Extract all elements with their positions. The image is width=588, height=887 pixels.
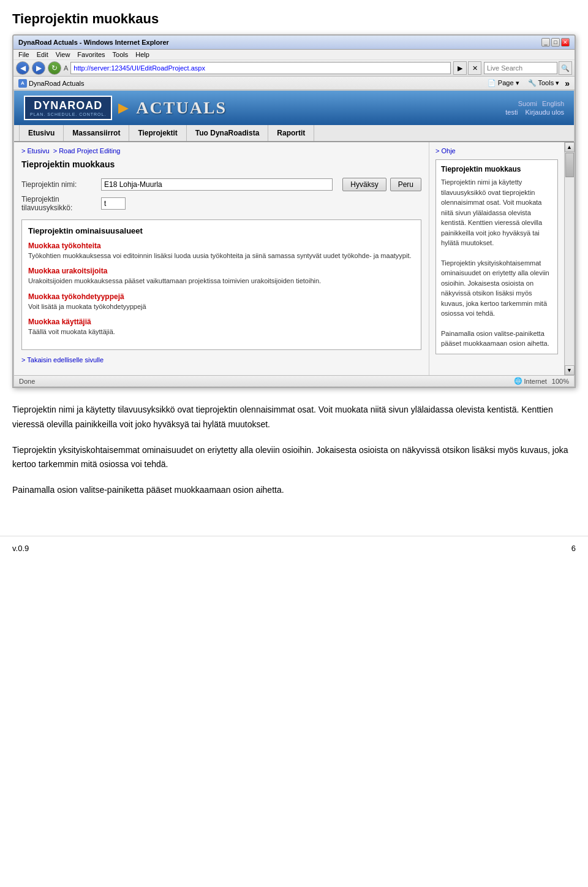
content-sections: Tieprojektin nimi ja käytetty tilavuusyk… [0,388,588,523]
breadcrumb-road-project[interactable]: > Road Project Editing [53,147,121,154]
logo-sub: PLAN. SCHEDULE. CONTROL. [30,112,106,116]
toolbar-right: 📄 Page ▾ 🔧 Tools ▾ » [484,78,570,88]
logout-link[interactable]: Kirjaudu ulos [525,108,564,116]
browser-window: DynaRoad Actuals - Windows Internet Expl… [12,34,576,388]
maximize-button[interactable]: □ [551,38,560,47]
field-label-name: Tieprojektin nimi: [21,180,101,189]
menu-favorites[interactable]: Favorites [77,51,105,58]
nav-tuo-dynaroadista[interactable]: Tuo DynaRoadista [187,125,268,141]
scroll-thumb[interactable] [565,153,574,177]
property-link-tyyppeja[interactable]: Muokkaa työkohdetyyppejä [28,292,415,301]
logo-area: DYNAROAD PLAN. SCHEDULE. CONTROL. ▶ Actu… [24,96,227,120]
menu-tools[interactable]: Tools [113,51,129,58]
logo-arrow: ▶ [118,100,129,116]
search-input[interactable] [484,62,557,74]
page-footer: v.0.9 6 [0,536,588,560]
help-box-title: Tieprojektin muokkaus [441,165,552,173]
help-text-3: Painamalla osion valitse-painiketta pääs… [441,329,552,349]
breadcrumb: > Etusivu > Road Project Editing [21,147,421,154]
lang-suomi[interactable]: Suomi [518,100,537,107]
favorites-icon: A [18,79,27,88]
footer-version: v.0.9 [12,544,29,553]
minimize-button[interactable]: _ [541,38,550,47]
lang-english[interactable]: English [542,100,564,107]
field-input-unit[interactable] [101,197,126,210]
window-controls: _ □ ✕ [541,38,570,47]
stop-button[interactable]: ✕ [468,61,481,75]
form-row-name: Tieprojektin nimi: Hyväksy Peru [21,178,421,191]
browser-menu-bar: File Edit View Favorites Tools Help [13,50,575,60]
status-text: Done [19,378,35,385]
forward-button[interactable]: ▶ [32,61,45,75]
refresh-button[interactable]: ↻ [48,61,61,75]
form-section-title: Tieprojektin muokkaus [21,159,421,172]
field-label-unit: Tieprojektin tilavuusyksikkö: [21,195,101,212]
page-title: Tieprojektin muokkaus [0,0,588,34]
help-text-1: Tieprojektin nimi ja käytetty tilavuusyk… [441,177,552,248]
search-bar: 🔍 [484,61,572,75]
nav-massansiirrot[interactable]: Massansiirrot [64,125,129,141]
close-button[interactable]: ✕ [561,38,570,47]
app-title: Actuals [136,98,227,118]
main-with-scroll: > Etusivu > Road Project Editing Tieproj… [14,142,574,375]
scroll-down-button[interactable]: ▼ [565,365,575,375]
help-box: Tieprojektin muokkaus Tieprojektin nimi … [435,159,558,354]
browser-nav-bar: ◀ ▶ ↻ A ▶ ✕ 🔍 [13,60,575,77]
address-label: A [64,64,68,72]
logo-box: DYNAROAD PLAN. SCHEDULE. CONTROL. [24,96,112,120]
nav-raportit[interactable]: Raportit [268,125,314,141]
user-info: testi Kirjaudu ulos [505,108,564,116]
help-link[interactable]: > Ohje [435,147,558,154]
main-content: > Etusivu > Road Project Editing Tieproj… [14,142,564,375]
menu-file[interactable]: File [18,51,29,58]
property-desc-tyokohteita: Työkohtien muokkauksessa voi editoinnin … [28,251,415,261]
property-link-urakoitsijoita[interactable]: Muokkaa urakoitsijoita [28,267,415,275]
webpage-content: DYNAROAD PLAN. SCHEDULE. CONTROL. ▶ Actu… [13,90,575,387]
scroll-up-button[interactable]: ▲ [565,142,575,152]
tools-button[interactable]: 🔧 Tools ▾ [525,78,563,88]
property-urakoitsijoita: Muokkaa urakoitsijoita Urakoitsijoiden m… [28,267,415,286]
lang-selector: Suomi English [518,100,564,107]
status-left: Done [19,378,35,385]
back-link-area: > Takaisin edelliselle sivulle [21,356,421,364]
browser-titlebar: DynaRoad Actuals - Windows Internet Expl… [13,36,575,50]
logo-main: DYNAROAD [34,99,102,112]
zoom-level: 100% [552,378,569,385]
property-link-tyokohteita[interactable]: Muokkaa työkohteita [28,242,415,250]
accept-button[interactable]: Hyväksy [342,178,386,191]
property-tyyppeja: Muokkaa työkohdetyyppejä Voit lisätä ja … [28,292,415,311]
property-link-kayttajia[interactable]: Muokkaa käyttäjiä [28,318,415,326]
favorites-item[interactable]: A DynaRoad Actuals [18,79,85,88]
toolbar-more-button[interactable]: » [565,78,570,88]
search-go-button[interactable]: 🔍 [559,61,572,75]
status-bar: Done 🌐 Internet 100% [14,375,574,386]
header-right: Suomi English testi Kirjaudu ulos [505,100,564,116]
right-panel: > Ohje Tieprojektin muokkaus Tieprojekti… [429,142,564,375]
breadcrumb-etusivu[interactable]: > Etusivu [21,147,50,154]
globe-icon: 🌐 [514,377,522,385]
properties-section: Tieprojektin ominaisuusalueet Muokkaa ty… [21,219,421,350]
back-button[interactable]: ◀ [16,61,29,75]
favorites-bar: A DynaRoad Actuals 📄 Page ▾ 🔧 Tools ▾ » [13,77,575,90]
nav-etusivu[interactable]: Etusivu [19,125,64,141]
address-bar: A [64,62,451,74]
back-link[interactable]: > Takaisin edelliselle sivulle [21,356,104,364]
property-tyokohteita: Muokkaa työkohteita Työkohtien muokkauks… [28,242,415,261]
menu-view[interactable]: View [56,51,70,58]
footer-page-number: 6 [571,544,576,553]
go-button[interactable]: ▶ [453,61,467,75]
properties-title: Tieprojektin ominaisuusalueet [28,226,415,235]
username: testi [505,108,518,116]
menu-edit[interactable]: Edit [37,51,48,58]
nav-tieprojektit[interactable]: Tieprojektit [129,125,186,141]
field-input-name[interactable] [101,178,333,191]
app-header: DYNAROAD PLAN. SCHEDULE. CONTROL. ▶ Actu… [14,91,574,125]
property-kayttajia: Muokkaa käyttäjiä Täällä voit muokata kä… [28,318,415,337]
property-desc-kayttajia: Täällä voit muokata käyttäjiä. [28,327,415,337]
page-button[interactable]: 📄 Page ▾ [484,78,522,88]
form-row-unit: Tieprojektin tilavuusyksikkö: [21,195,421,212]
cancel-button[interactable]: Peru [390,178,421,191]
address-input[interactable] [70,62,451,74]
status-right: 🌐 Internet 100% [514,377,569,385]
menu-help[interactable]: Help [135,51,149,58]
